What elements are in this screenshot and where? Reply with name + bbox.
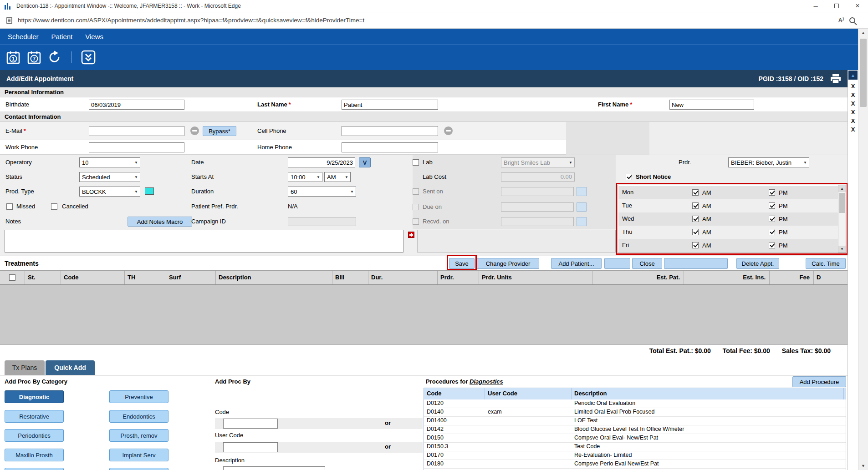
category-implant-serv[interactable]: Implant Serv [109,449,168,461]
fri-pm-checkbox[interactable] [769,242,775,248]
bypass-button[interactable]: Bypass* [203,126,236,136]
short-notice-checkbox[interactable] [626,174,632,180]
print-icon[interactable] [830,74,842,84]
close-window-icon[interactable]: X [848,83,858,90]
start-ampm-select[interactable]: AM▼ [324,172,351,182]
select-all-checkbox[interactable] [9,274,15,281]
panel-top-triangle-icon[interactable]: ▲ [848,71,858,80]
fri-am-checkbox[interactable] [692,242,699,248]
tab-tx-plans[interactable]: Tx Plans [5,360,45,375]
zoom-icon[interactable] [849,17,855,23]
scrollbar-thumb[interactable] [839,193,845,213]
url-input[interactable]: https://www.denticon.com/ASPX/Appointmen… [18,17,833,24]
procedure-row[interactable]: D0150 Compsve Oral Eval- New/Est Pat [424,434,846,443]
category-partial-1[interactable] [5,468,64,470]
code-input[interactable] [223,419,278,429]
procedure-row[interactable]: D0142 Blood Glucose Level Test In Office… [424,425,846,434]
cell-phone-input[interactable] [342,126,438,136]
procedure-row[interactable]: D01400 LOE Test [424,417,846,425]
change-provider-button[interactable]: Change Provider [477,258,539,269]
thu-am-checkbox[interactable] [692,229,699,235]
category-prosth-remov[interactable]: Prosth, remov [109,429,168,442]
start-time-select[interactable]: 10:00▼ [288,172,322,182]
recvd-on-calendar-icon [577,217,587,226]
user-code-input[interactable] [223,442,278,452]
date-input[interactable] [288,157,355,167]
missed-checkbox[interactable] [6,203,13,210]
birthdate-input[interactable] [89,100,184,110]
week-view-calendar-icon[interactable]: 7 [26,50,42,65]
work-phone-label: Work Phone [5,144,38,151]
cancelled-checkbox[interactable] [51,203,57,210]
day-view-calendar-icon[interactable]: 1 [5,50,21,65]
category-preventive[interactable]: Preventive [109,390,168,403]
scroll-up-icon[interactable]: ▲ [838,185,846,192]
medical-alert-icon[interactable] [408,232,414,238]
email-input[interactable] [89,126,184,136]
close-icon[interactable]: × [847,0,868,12]
home-phone-label: Home Phone [257,144,292,151]
category-periodontics[interactable]: Periodontics [5,429,64,442]
work-phone-input[interactable] [89,142,184,152]
add-procedure-button[interactable]: Add Procedure [792,376,846,387]
category-maxillo-prosth[interactable]: Maxillo Prosth [5,449,64,461]
menu-views[interactable]: Views [85,33,103,40]
menu-scheduler[interactable]: Scheduler [8,33,39,40]
close-window-icon[interactable]: X [848,117,858,124]
mon-pm-checkbox[interactable] [769,189,775,196]
save-button[interactable]: Save [449,258,475,269]
expand-all-icon[interactable] [81,50,96,65]
procedure-row[interactable]: D0140 exam Limited Oral Eval Prob Focuse… [424,408,846,417]
menu-patient[interactable]: Patient [51,33,73,40]
add-patient-button[interactable]: Add Patient... [551,258,602,269]
add-notes-macro-button[interactable]: Add Notes Macro [128,217,192,227]
category-endodontics[interactable]: Endodontics [109,410,168,423]
procedure-row[interactable]: D0150.3 Test Code [424,443,846,451]
category-diagnostic[interactable]: Diagnostic [5,390,64,403]
first-name-input[interactable] [669,100,754,110]
last-name-input[interactable] [342,100,438,110]
procedure-row[interactable]: D0180 Compsve Perio Eval New/Est Pat [424,460,846,469]
home-phone-input[interactable] [342,142,438,152]
close-window-icon[interactable]: X [848,91,858,98]
scrollbar-thumb[interactable] [860,39,867,107]
blank-button-2[interactable] [664,258,728,269]
close-window-icon[interactable]: X [848,109,858,116]
maximize-icon[interactable] [826,0,847,12]
day-grid-scrollbar[interactable]: ▲ ▼ [838,185,846,253]
status-select[interactable]: Scheduled▼ [79,172,140,182]
close-window-icon[interactable]: X [848,126,858,133]
duration-select[interactable]: 60▼ [288,187,356,197]
operatory-select[interactable]: 10▼ [79,157,140,167]
description-input[interactable] [223,466,325,470]
tue-am-checkbox[interactable] [692,202,699,209]
close-appointment-button[interactable]: Close [632,258,662,269]
prod-type-select[interactable]: BLOCKK▼ [79,187,140,197]
notes-textarea[interactable] [5,230,403,253]
calc-time-button[interactable]: Calc. Time [806,258,846,269]
blank-button-1[interactable] [604,258,630,269]
tue-pm-checkbox[interactable] [769,202,775,209]
procedure-row[interactable]: D0120 Periodic Oral Evaluation [424,399,846,408]
read-aloud-icon[interactable]: A) [838,16,844,24]
thu-pm-checkbox[interactable] [769,229,775,235]
wed-am-checkbox[interactable] [692,216,699,222]
provider-select[interactable]: BIEBER: Bieber, Justin▼ [728,157,809,167]
category-partial-2[interactable] [109,468,168,470]
close-window-icon[interactable]: X [848,100,858,107]
mon-am-checkbox[interactable] [692,189,699,196]
lab-checkbox[interactable] [413,159,419,166]
pgid-oid-label: PGID :3158 / OID :152 [759,75,823,82]
procedures-category-link[interactable]: Diagnostics [470,378,503,385]
tab-quick-add[interactable]: Quick Add [46,360,95,375]
delete-appt-button[interactable]: Delete Appt. [736,258,779,269]
scroll-down-icon[interactable]: ▼ [838,246,846,253]
date-picker-button[interactable]: V [359,157,371,167]
procedure-row[interactable]: D0170 Re-Evaluation- Limited [424,451,846,460]
scroll-down-icon[interactable]: ▼ [858,464,868,468]
refresh-icon[interactable] [47,50,62,65]
wed-pm-checkbox[interactable] [769,216,775,222]
minimize-icon[interactable]: ─ [805,0,826,12]
category-restorative[interactable]: Restorative [5,410,64,423]
scroll-up-icon[interactable]: ▲ [858,30,868,35]
